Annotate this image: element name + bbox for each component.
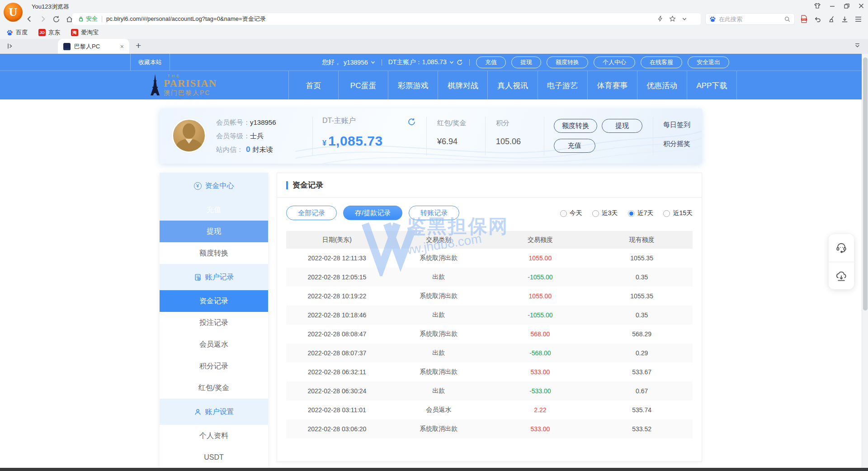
daily-signin-link[interactable]: 每日签到 xyxy=(663,115,690,134)
restore-button[interactable] xyxy=(844,3,850,9)
url-separator xyxy=(102,16,102,22)
lightning-icon[interactable] xyxy=(657,15,663,22)
strip-action-button[interactable]: 个人中心 xyxy=(594,57,635,68)
panel-header: 资金记录 xyxy=(277,173,702,198)
quick-search-box[interactable] xyxy=(705,13,795,25)
bookmark-baidu[interactable]: 百度 xyxy=(6,28,28,37)
record-type-tab[interactable]: 全部记录 xyxy=(286,206,337,220)
theme-skin-icon[interactable] xyxy=(814,2,821,9)
secure-label: 安全 xyxy=(86,15,98,23)
toolbar-collapse-icon[interactable] xyxy=(854,42,861,49)
date-range-radio[interactable]: 今天 xyxy=(560,209,582,217)
sidebar-item[interactable]: USDT xyxy=(160,447,268,468)
site-top-strip: 收藏本站 您好，y138956 DT主账户：1,085.73 充值提现额度转换个… xyxy=(0,54,868,71)
sidebar-item[interactable]: 红包/奖金 xyxy=(160,377,268,399)
cleaner-brush-icon[interactable] xyxy=(827,15,835,23)
table-row: 2022-02-28 03:11:01 会员返水 2.22 535.74 xyxy=(286,400,693,419)
sidebar-item[interactable]: 充值 xyxy=(160,199,268,221)
main-wallet-value: ¥1,085.73 xyxy=(322,133,383,149)
cell-balance: 0.35 xyxy=(591,273,693,281)
search-icon[interactable] xyxy=(784,16,791,23)
cell-date: 2022-02-28 10:18:46 xyxy=(286,311,388,319)
menu-icon[interactable] xyxy=(854,16,862,23)
bookmark-jd[interactable]: JD 京东 xyxy=(38,28,60,37)
brand-text: THE PARISIAN 澳门巴黎人PC xyxy=(164,74,217,97)
withdraw-button[interactable]: 提现 xyxy=(602,119,642,133)
record-type-tab[interactable]: 存/提款记录 xyxy=(343,206,402,220)
nav-menu-item[interactable]: 电子游艺 xyxy=(538,71,587,100)
sidebar-item[interactable]: 额度转换 xyxy=(160,242,268,264)
unread-count: 0 xyxy=(246,145,250,154)
record-type-tab[interactable]: 转账记录 xyxy=(409,206,459,220)
sidebar-item[interactable]: 投注记录 xyxy=(160,312,268,334)
strip-action-button[interactable]: 充值 xyxy=(476,57,506,68)
sidebar-item[interactable]: 资金记录 xyxy=(160,290,268,312)
nav-menu-item[interactable]: 体育赛事 xyxy=(587,71,637,100)
inbox-row[interactable]: 站内信：0封未读 xyxy=(216,143,276,156)
favorite-star-icon[interactable] xyxy=(669,15,676,22)
cell-amount: 1055.00 xyxy=(490,292,591,300)
points-lottery-link[interactable]: 积分摇奖 xyxy=(663,134,690,153)
sidebar-item[interactable]: 个人资料 xyxy=(160,425,268,447)
funds-record-panel: 资金记录 全部记录存/提款记录转账记录 今天近3天近7天近15天 日期(美东)交… xyxy=(277,173,702,462)
reload-icon[interactable] xyxy=(52,15,60,23)
transfer-quota-button[interactable]: 额度转换 xyxy=(554,119,597,133)
sidebar-group-settings-items: 个人资料USDT xyxy=(160,425,268,468)
favorite-site-link[interactable]: 收藏本站 xyxy=(130,54,170,71)
date-range-radio[interactable]: 近15天 xyxy=(663,209,693,217)
strip-action-button[interactable]: 额度转换 xyxy=(547,57,588,68)
chevron-down-icon[interactable] xyxy=(682,16,687,22)
cell-balance: 0.29 xyxy=(591,349,693,357)
nav-menu-item[interactable]: 棋牌对战 xyxy=(438,71,487,100)
greeting-text[interactable]: 您好，y138956 xyxy=(322,58,375,66)
date-range-radio[interactable]: 近7天 xyxy=(628,209,654,217)
nav-menu-item[interactable]: 真人视讯 xyxy=(487,71,537,100)
account-balance-label: DT主账户：1,085.73 xyxy=(388,58,447,66)
page-scrollbar[interactable] xyxy=(862,54,868,468)
window-title: You123浏览器 xyxy=(32,3,69,11)
tab-close-icon[interactable]: × xyxy=(120,43,124,50)
strip-action-button[interactable]: 安全退出 xyxy=(688,57,729,68)
search-input[interactable] xyxy=(719,16,781,23)
date-range-radio[interactable]: 近3天 xyxy=(592,209,618,217)
bookmark-taobao[interactable]: 淘 爱淘宝 xyxy=(71,28,99,37)
customer-service-icon[interactable] xyxy=(829,234,854,262)
strip-action-button[interactable]: 提现 xyxy=(511,57,541,68)
deposit-button[interactable]: 充值 xyxy=(554,139,595,153)
divider xyxy=(426,117,427,155)
window-controls xyxy=(814,0,864,12)
close-button[interactable] xyxy=(858,3,864,9)
main-nav-menu: 首页PC蛋蛋彩票游戏棋牌对战真人视讯电子游艺体育赛事优惠活动APP下载 xyxy=(288,71,737,100)
sidebar-item[interactable]: 积分记录 xyxy=(160,355,268,377)
main-account-text[interactable]: DT主账户：1,085.73 xyxy=(388,58,463,66)
forward-icon[interactable] xyxy=(39,15,47,23)
scrollbar-thumb[interactable] xyxy=(863,57,868,311)
nav-menu-item[interactable]: APP下载 xyxy=(687,71,737,100)
toolbar-icons: PDF xyxy=(800,12,862,26)
download-manager-icon[interactable] xyxy=(841,15,849,23)
sidebar-item[interactable]: 会员返水 xyxy=(160,334,268,355)
undo-icon[interactable] xyxy=(814,15,821,23)
strip-action-button[interactable]: 在线客服 xyxy=(641,57,682,68)
nav-menu-item[interactable]: 优惠活动 xyxy=(637,71,687,100)
address-bar[interactable]: 安全 pc.blryl6.com/#/personal/accountLog?t… xyxy=(72,13,701,25)
nav-menu-item[interactable]: 彩票游戏 xyxy=(388,71,438,100)
nav-menu-item[interactable]: PC蛋蛋 xyxy=(338,71,388,100)
sidebar-item[interactable]: 提现 xyxy=(160,221,268,242)
refresh-balance-icon[interactable] xyxy=(407,118,416,126)
minimize-button[interactable] xyxy=(829,3,835,9)
address-bar-actions xyxy=(657,15,687,22)
cell-balance: 533.52 xyxy=(591,425,693,433)
pdf-tool-icon[interactable]: PDF xyxy=(800,15,808,23)
nav-menu-item[interactable]: 首页 xyxy=(288,71,338,100)
cell-type: 系统取消出款 xyxy=(388,425,490,433)
refresh-icon[interactable] xyxy=(457,59,463,66)
back-icon[interactable] xyxy=(25,15,33,23)
redpacket-wallet: 红包/奖金 ¥6.94 xyxy=(437,119,466,146)
new-tab-button[interactable]: + xyxy=(136,40,141,51)
cloud-download-icon[interactable] xyxy=(829,262,854,290)
site-brand[interactable]: THE PARISIAN 澳门巴黎人PC xyxy=(149,74,217,97)
tab-list-toggle-icon[interactable] xyxy=(6,42,14,50)
browser-tab[interactable]: 巴黎人PC × xyxy=(58,39,129,54)
cell-type: 系统取消出款 xyxy=(388,330,490,338)
